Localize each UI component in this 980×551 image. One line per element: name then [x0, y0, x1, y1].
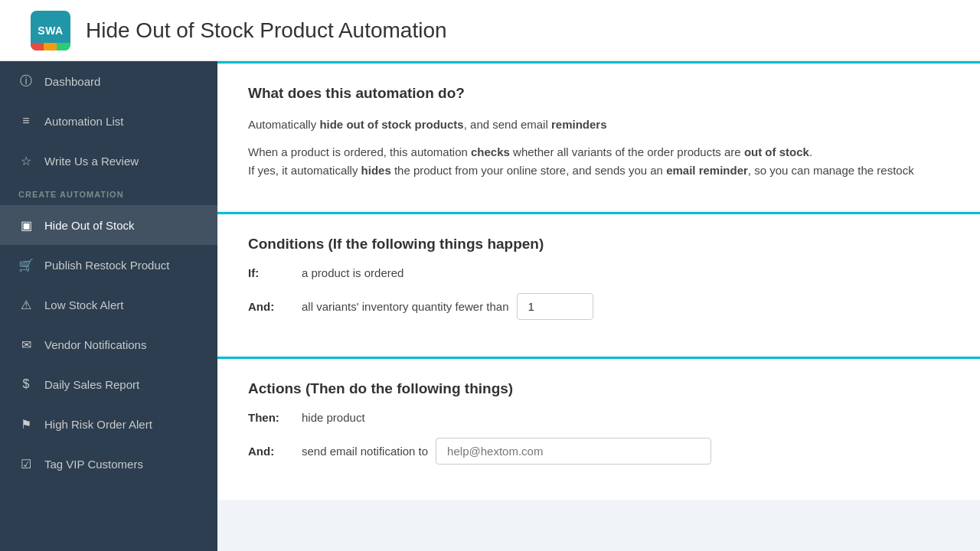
actions-section: Actions (Then do the following things) T…	[217, 357, 980, 500]
sidebar-item-label: Tag VIP Customers	[44, 458, 143, 471]
sidebar: ⓘ Dashboard ≡ Automation List ☆ Write Us…	[0, 61, 217, 551]
mail-icon: ✉	[18, 337, 34, 352]
condition-if-row: If: a product is ordered	[248, 266, 949, 279]
desc-line1: Automatically hide out of stock products…	[248, 116, 949, 134]
if-label: If:	[248, 266, 302, 279]
tag-icon: ☑	[18, 456, 34, 471]
flag-icon: ⚑	[18, 416, 34, 432]
sidebar-item-label: Low Stock Alert	[44, 298, 123, 311]
sidebar-item-vendor-notifications[interactable]: ✉ Vendor Notifications	[0, 324, 217, 364]
desc1-middle: , and send email	[464, 118, 551, 131]
sidebar-item-write-review[interactable]: ☆ Write Us a Review	[0, 141, 217, 181]
cart-icon: 🛒	[18, 257, 34, 272]
quantity-input[interactable]	[517, 293, 593, 320]
sidebar-item-label: Hide Out of Stock	[44, 219, 135, 232]
header: SWA Hide Out of Stock Product Automation	[0, 0, 980, 61]
desc2-bold2: out of stock	[744, 145, 809, 158]
sidebar-item-label: Vendor Notifications	[44, 338, 146, 351]
sidebar-item-label: Publish Restock Product	[44, 259, 169, 272]
page-title: Hide Out of Stock Product Automation	[86, 18, 447, 43]
sidebar-item-label: Automation List	[44, 115, 123, 128]
sidebar-item-label: High Risk Order Alert	[44, 418, 152, 431]
logo-text: SWA	[38, 24, 63, 37]
conditions-title: Conditions (If the following things happ…	[248, 236, 949, 253]
sidebar-item-hide-out-of-stock[interactable]: ▣ Hide Out of Stock	[0, 205, 217, 245]
list-icon: ≡	[18, 113, 34, 129]
conditions-section: Conditions (If the following things happ…	[217, 212, 980, 355]
sidebar-item-label: Dashboard	[44, 75, 100, 88]
and-label: And:	[248, 300, 302, 313]
dashboard-icon: ⓘ	[18, 73, 34, 89]
sidebar-item-daily-sales-report[interactable]: $ Daily Sales Report	[0, 364, 217, 404]
desc3-bold1: hides	[361, 164, 391, 177]
and-value: all variants' inventory quantity fewer t…	[302, 300, 509, 313]
logo: SWA	[31, 11, 70, 51]
action-and-label: And:	[248, 445, 302, 458]
what-section-title: What does this automation do?	[248, 85, 949, 102]
desc2-prefix: When a product is ordered, this automati…	[248, 145, 471, 158]
desc2-bold1: checks	[471, 145, 510, 158]
and-action-value: send email notification to	[302, 445, 428, 458]
desc2-suffix: .	[809, 145, 812, 158]
star-icon: ☆	[18, 153, 34, 168]
sidebar-item-automation-list[interactable]: ≡ Automation List	[0, 101, 217, 141]
sidebar-item-label: Daily Sales Report	[44, 378, 139, 391]
desc1-bold1: hide out of stock products	[319, 118, 463, 131]
desc3-prefix: If yes, it automatically	[248, 164, 361, 177]
desc1-prefix: Automatically	[248, 118, 319, 131]
desc2-middle1: whether all variants of the order produc…	[510, 145, 744, 158]
desc3-bold2: email reminder	[666, 164, 748, 177]
then-value: hide product	[302, 411, 365, 424]
action-and-row: And: send email notification to	[248, 438, 949, 465]
then-label: Then:	[248, 411, 302, 424]
desc3-suffix: , so you can manage the restock	[748, 164, 914, 177]
desc3-middle: the product from your online store, and …	[391, 164, 666, 177]
if-value: a product is ordered	[302, 266, 403, 279]
box-icon: ▣	[18, 217, 34, 233]
sidebar-item-low-stock-alert[interactable]: ⚠ Low Stock Alert	[0, 285, 217, 324]
what-section: What does this automation do? Automatica…	[217, 61, 980, 210]
warning-icon: ⚠	[18, 297, 34, 312]
email-input[interactable]	[436, 438, 711, 465]
actions-title: Actions (Then do the following things)	[248, 380, 949, 397]
desc1-bold2: reminders	[551, 118, 607, 131]
sidebar-item-publish-restock[interactable]: 🛒 Publish Restock Product	[0, 245, 217, 285]
action-then-row: Then: hide product	[248, 411, 949, 424]
sidebar-item-tag-vip[interactable]: ☑ Tag VIP Customers	[0, 444, 217, 484]
sidebar-item-label: Write Us a Review	[44, 155, 139, 168]
sidebar-item-dashboard[interactable]: ⓘ Dashboard	[0, 61, 217, 101]
condition-and-row: And: all variants' inventory quantity fe…	[248, 293, 949, 320]
dollar-icon: $	[18, 377, 34, 392]
desc-line2: When a product is ordered, this automati…	[248, 143, 949, 180]
logo-stripe	[31, 43, 70, 51]
sidebar-item-high-risk-order[interactable]: ⚑ High Risk Order Alert	[0, 404, 217, 444]
main-content: What does this automation do? Automatica…	[217, 61, 980, 551]
create-automation-label: CREATE AUTOMATION	[0, 181, 217, 205]
layout: ⓘ Dashboard ≡ Automation List ☆ Write Us…	[0, 61, 980, 551]
